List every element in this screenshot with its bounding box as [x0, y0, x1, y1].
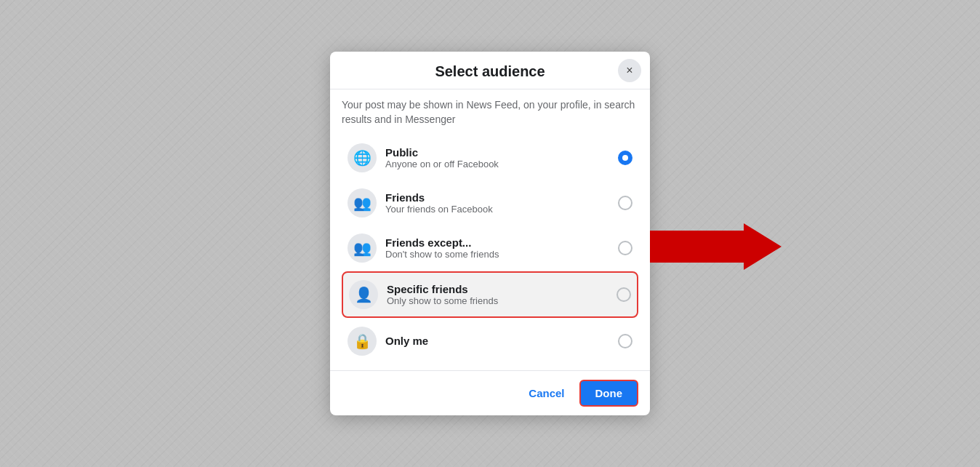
- option-text-only-me: Only me: [385, 335, 618, 347]
- option-text-specific-friends: Specific friendsOnly show to some friend…: [387, 283, 616, 306]
- option-icon-only-me: 🔒: [348, 327, 377, 356]
- option-text-friends-except: Friends except...Don't show to some frie…: [385, 236, 618, 260]
- radio-only-me[interactable]: [618, 334, 632, 348]
- radio-public[interactable]: [618, 151, 632, 165]
- radio-friends[interactable]: [618, 196, 632, 210]
- option-label-public: Public: [385, 146, 618, 159]
- done-button[interactable]: Done: [579, 380, 639, 407]
- option-label-friends: Friends: [385, 191, 618, 204]
- dialog-header: Select audience ×: [330, 52, 650, 89]
- option-sublabel-public: Anyone on or off Facebook: [385, 159, 618, 169]
- option-text-public: PublicAnyone on or off Facebook: [385, 146, 618, 169]
- select-audience-dialog: Select audience × Your post may be shown…: [330, 52, 650, 415]
- option-public[interactable]: 🌐PublicAnyone on or off Facebook: [342, 136, 638, 180]
- option-icon-friends-except: 👥: [348, 234, 377, 263]
- option-friends-except[interactable]: 👥Friends except...Don't show to some fri…: [342, 226, 638, 270]
- dialog-title: Select audience: [435, 63, 545, 80]
- option-sublabel-friends: Your friends on Facebook: [385, 204, 618, 215]
- dialog-body: Your post may be shown in News Feed, on …: [330, 89, 650, 364]
- option-specific-friends[interactable]: 👤Specific friendsOnly show to some frien…: [342, 271, 638, 318]
- option-icon-public: 🌐: [348, 143, 377, 172]
- dialog-description: Your post may be shown in News Feed, on …: [342, 98, 638, 127]
- dialog-footer: Cancel Done: [330, 370, 650, 415]
- option-icon-friends: 👥: [348, 188, 377, 217]
- options-list: 🌐PublicAnyone on or off Facebook👥Friends…: [342, 136, 638, 363]
- option-sublabel-specific-friends: Only show to some friends: [387, 295, 616, 306]
- option-label-specific-friends: Specific friends: [387, 283, 616, 295]
- option-label-friends-except: Friends except...: [385, 236, 618, 249]
- option-icon-specific-friends: 👤: [349, 280, 378, 309]
- option-friends[interactable]: 👥FriendsYour friends on Facebook: [342, 181, 638, 225]
- radio-friends-except[interactable]: [618, 241, 632, 255]
- annotation-arrow: [650, 223, 782, 270]
- cancel-button[interactable]: Cancel: [520, 381, 573, 405]
- radio-specific-friends[interactable]: [616, 287, 631, 302]
- option-only-me[interactable]: 🔒Only me: [342, 319, 638, 363]
- option-text-friends: FriendsYour friends on Facebook: [385, 191, 618, 215]
- close-button[interactable]: ×: [618, 59, 641, 82]
- option-label-only-me: Only me: [385, 335, 618, 347]
- option-sublabel-friends-except: Don't show to some friends: [385, 249, 618, 260]
